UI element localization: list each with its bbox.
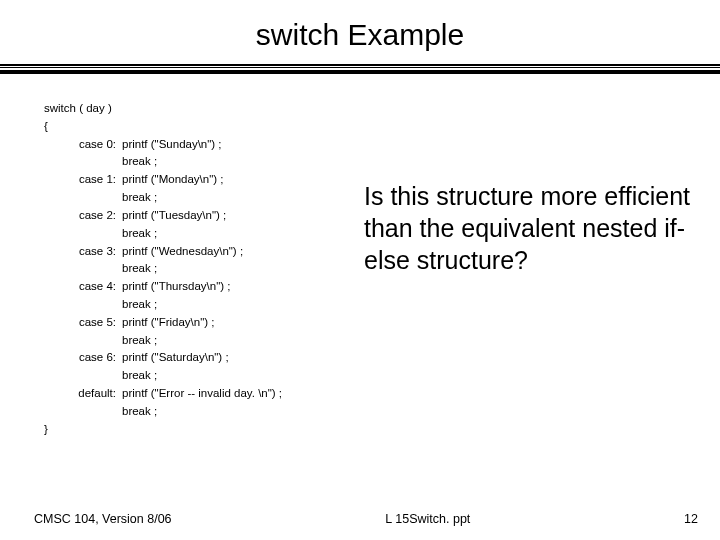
case-row: case 4:printf ("Thursday\n") ;break ; (70, 278, 374, 314)
case-break: break ; (122, 403, 374, 421)
case-label: case 0: (70, 136, 122, 172)
question-text: Is this structure more efficient than th… (364, 180, 704, 276)
case-break: break ; (122, 153, 374, 171)
case-body: printf ("Monday\n") ;break ; (122, 171, 374, 207)
case-stmt: printf ("Thursday\n") ; (122, 278, 374, 296)
case-body: printf ("Friday\n") ;break ; (122, 314, 374, 350)
case-body: printf ("Error -- invalid day. \n") ;bre… (122, 385, 374, 421)
case-row: case 6:printf ("Saturday\n") ;break ; (70, 349, 374, 385)
case-label: case 3: (70, 243, 122, 279)
case-stmt: printf ("Friday\n") ; (122, 314, 374, 332)
case-body: printf ("Saturday\n") ;break ; (122, 349, 374, 385)
case-label: case 4: (70, 278, 122, 314)
case-body: printf ("Tuesday\n") ;break ; (122, 207, 374, 243)
case-break: break ; (122, 225, 374, 243)
case-row: case 1:printf ("Monday\n") ;break ; (70, 171, 374, 207)
case-break: break ; (122, 260, 374, 278)
case-break: break ; (122, 189, 374, 207)
case-label: case 2: (70, 207, 122, 243)
case-body: printf ("Thursday\n") ;break ; (122, 278, 374, 314)
case-label: default: (70, 385, 122, 421)
case-stmt: printf ("Saturday\n") ; (122, 349, 374, 367)
case-label: case 6: (70, 349, 122, 385)
case-default: default:printf ("Error -- invalid day. \… (70, 385, 374, 421)
case-break: break ; (122, 296, 374, 314)
case-row: case 3:printf ("Wednesday\n") ;break ; (70, 243, 374, 279)
case-row: case 2:printf ("Tuesday\n") ;break ; (70, 207, 374, 243)
case-break: break ; (122, 367, 374, 385)
slide-footer: CMSC 104, Version 8/06 L 15Switch. ppt 1… (34, 512, 698, 526)
slide-title: switch Example (0, 0, 720, 64)
case-stmt: printf ("Tuesday\n") ; (122, 207, 374, 225)
title-divider (0, 64, 720, 76)
case-body: printf ("Sunday\n") ;break ; (122, 136, 374, 172)
code-switch-line: switch ( day ) (44, 100, 374, 118)
footer-left: CMSC 104, Version 8/06 (34, 512, 172, 526)
case-label: case 1: (70, 171, 122, 207)
case-stmt: printf ("Sunday\n") ; (122, 136, 374, 154)
code-brace-open: { (44, 118, 374, 136)
case-body: printf ("Wednesday\n") ;break ; (122, 243, 374, 279)
footer-page-number: 12 (684, 512, 698, 526)
code-block: switch ( day ) { case 0:printf ("Sunday\… (44, 100, 374, 438)
case-row: case 5:printf ("Friday\n") ;break ; (70, 314, 374, 350)
case-row: case 0:printf ("Sunday\n") ;break ; (70, 136, 374, 172)
case-label: case 5: (70, 314, 122, 350)
case-stmt: printf ("Error -- invalid day. \n") ; (122, 385, 374, 403)
footer-center: L 15Switch. ppt (172, 512, 685, 526)
code-brace-close: } (44, 421, 374, 439)
case-stmt: printf ("Monday\n") ; (122, 171, 374, 189)
case-stmt: printf ("Wednesday\n") ; (122, 243, 374, 261)
case-break: break ; (122, 332, 374, 350)
